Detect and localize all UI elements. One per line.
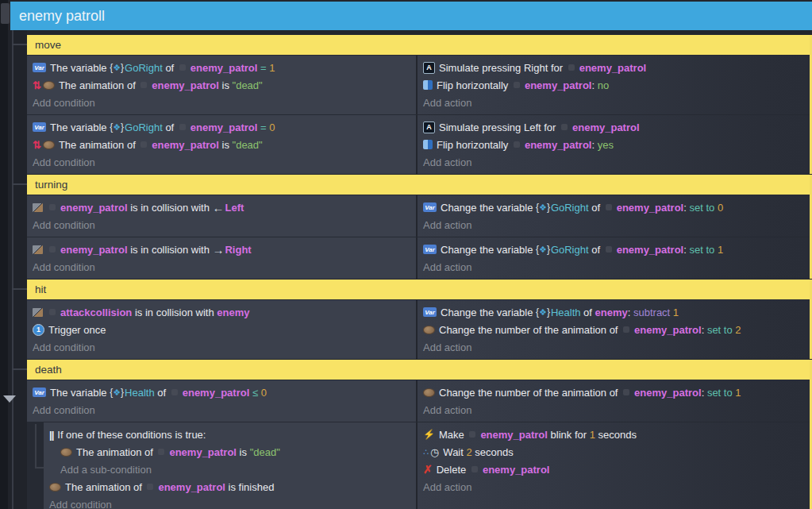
condition[interactable]: VarThe variable {❖}Health of enemy_patro… xyxy=(33,384,411,401)
event-row[interactable]: VarThe variable {❖}Health of enemy_patro… xyxy=(27,380,810,422)
animation-icon xyxy=(49,483,61,492)
sub-event-row[interactable]: ||If one of these conditions is true:The… xyxy=(44,422,810,509)
action[interactable]: ⚡Make enemy_patrol blink for 1 seconds xyxy=(423,426,805,443)
event-row[interactable]: VarThe variable {❖}GoRight of enemy_patr… xyxy=(27,115,810,174)
drag-handle[interactable] xyxy=(1,3,10,24)
condition[interactable]: ||If one of these conditions is true: xyxy=(49,426,411,443)
add-label: Add condition xyxy=(49,499,112,509)
instruction-text: If one of these conditions is true: xyxy=(57,429,206,441)
add-condition-button[interactable]: Add condition xyxy=(33,216,411,233)
object-icon xyxy=(514,82,520,88)
event-row[interactable]: enemy_patrol is in collision with ←LeftA… xyxy=(27,195,810,237)
animation-icon xyxy=(423,388,435,397)
tree-line xyxy=(12,30,13,509)
action[interactable]: VarChange the variable {❖}GoRight of ene… xyxy=(423,241,805,258)
action[interactable]: ASimulate pressing Right for enemy_patro… xyxy=(423,59,805,76)
instruction-text: Flip horizontally xyxy=(437,79,511,91)
instruction-text: Change the variable xyxy=(441,244,536,256)
left-arrow-icon: ← xyxy=(212,201,224,214)
actions-column: VarChange the variable {❖}GoRight of ene… xyxy=(418,195,810,237)
condition[interactable]: enemy_patrol is in collision with ←Left xyxy=(33,199,411,216)
instruction-text: is in collision with xyxy=(128,202,213,214)
action[interactable]: VarChange the variable {❖}GoRight of ene… xyxy=(423,199,805,216)
instruction-text: Simulate pressing Right for xyxy=(439,62,566,74)
event-group-hit: hitattackcollision is in collision with … xyxy=(27,280,812,359)
instruction-text: blink for xyxy=(548,429,590,441)
instruction-text: enemy_patrol xyxy=(169,446,237,458)
instruction-text: : xyxy=(591,79,597,91)
sub-event-connector xyxy=(35,424,37,469)
delete-icon: ✗ xyxy=(423,463,433,476)
add-condition-button[interactable]: Add condition xyxy=(49,496,411,509)
add-condition-button[interactable]: Add condition xyxy=(33,401,411,418)
or-icon: || xyxy=(49,429,53,441)
instruction-text: Health xyxy=(551,307,581,318)
flip-icon xyxy=(423,80,433,90)
instruction-text: GoRight xyxy=(125,62,163,74)
add-action-button[interactable]: Add action xyxy=(423,338,805,356)
condition[interactable]: ⇅The animation of enemy_patrol is "dead" xyxy=(33,76,411,94)
instruction-text: enemy_patrol xyxy=(152,139,219,151)
add-action-button[interactable]: Add action xyxy=(423,258,805,276)
condition[interactable]: The animation of enemy_patrol is finishe… xyxy=(49,478,411,496)
conditions-column: VarThe variable {❖}Health of enemy_patro… xyxy=(27,380,416,422)
action[interactable]: ASimulate pressing Left for enemy_patrol xyxy=(423,118,805,136)
page-title: enemy patroll xyxy=(10,2,812,30)
add-condition-button[interactable]: Add condition xyxy=(33,258,411,276)
group-header-death[interactable]: death xyxy=(27,360,810,380)
action[interactable]: Change the number of the animation of en… xyxy=(423,384,805,401)
add-action-button[interactable]: Add action xyxy=(423,401,805,418)
condition[interactable]: The animation of enemy_patrol is "dead" xyxy=(49,443,411,461)
condition[interactable]: 1Trigger once xyxy=(33,321,411,338)
action[interactable]: ✗Delete enemy_patrol xyxy=(423,461,805,478)
add-label: Add action xyxy=(423,341,471,353)
action[interactable]: VarChange the variable {❖}Health of enem… xyxy=(423,303,805,321)
events-list: moveVarThe variable {❖}GoRight of enemy_… xyxy=(27,35,812,509)
conditions-column: VarThe variable {❖}GoRight of enemy_patr… xyxy=(27,56,416,114)
group-header-move[interactable]: move xyxy=(27,35,810,55)
add-condition-button[interactable]: Add condition xyxy=(33,338,411,356)
condition[interactable]: attackcollision is in collision with ene… xyxy=(33,303,411,321)
instruction-text: enemy_patrol xyxy=(572,121,640,133)
add-sub-condition-button[interactable]: Add a sub-condition xyxy=(49,461,411,478)
instruction-text: 1 xyxy=(269,62,275,74)
instruction-text: enemy_patrol xyxy=(60,202,128,214)
instruction-text: enemy_patrol xyxy=(152,79,219,91)
collapse-arrow-icon[interactable] xyxy=(3,395,16,403)
action[interactable]: Flip horizontally enemy_patrol: yes xyxy=(423,136,805,153)
add-condition-button[interactable]: Add condition xyxy=(33,94,411,111)
instruction-text: "dead" xyxy=(233,79,263,91)
instruction-text: 1 xyxy=(673,307,679,318)
instruction-text: Delete xyxy=(437,464,469,476)
conditions-column: enemy_patrol is in collision with ←LeftA… xyxy=(27,195,416,237)
event-row[interactable]: enemy_patrol is in collision with →Right… xyxy=(27,237,810,279)
instruction-text: Add a sub-condition xyxy=(60,464,152,476)
object-icon xyxy=(49,309,56,315)
group-header-turning[interactable]: turning xyxy=(27,175,810,195)
event-sheet-title-bar[interactable]: enemy patroll xyxy=(10,2,812,30)
action[interactable]: Change the number of the animation of en… xyxy=(423,321,805,338)
add-action-button[interactable]: Add action xyxy=(423,153,805,171)
instruction-text: The animation of xyxy=(59,79,138,91)
sub-event-connector xyxy=(35,467,44,469)
add-label: Add condition xyxy=(33,341,95,353)
group-header-hit[interactable]: hit xyxy=(27,280,810,299)
add-action-button[interactable]: Add action xyxy=(423,478,805,496)
instruction-text: seconds xyxy=(595,429,637,441)
action[interactable]: ∴◷Wait 2 seconds xyxy=(423,443,805,461)
keyboard-icon: A xyxy=(423,121,435,133)
object-icon xyxy=(140,82,147,88)
structure-variable-icon: {❖} xyxy=(536,307,550,318)
add-action-button[interactable]: Add action xyxy=(423,216,805,233)
event-row[interactable]: VarThe variable {❖}GoRight of enemy_patr… xyxy=(27,56,810,114)
instruction-text: "dead" xyxy=(250,446,280,458)
event-row[interactable]: attackcollision is in collision with ene… xyxy=(27,300,810,359)
condition[interactable]: VarThe variable {❖}GoRight of enemy_patr… xyxy=(33,118,411,136)
add-condition-button[interactable]: Add condition xyxy=(33,153,411,171)
condition[interactable]: ⇅The animation of enemy_patrol is "dead" xyxy=(33,136,411,153)
variable-icon: Var xyxy=(423,307,437,317)
condition[interactable]: VarThe variable {❖}GoRight of enemy_patr… xyxy=(33,59,411,76)
condition[interactable]: enemy_patrol is in collision with →Right xyxy=(33,241,411,258)
action[interactable]: Flip horizontally enemy_patrol: no xyxy=(423,76,805,94)
add-action-button[interactable]: Add action xyxy=(423,94,805,111)
